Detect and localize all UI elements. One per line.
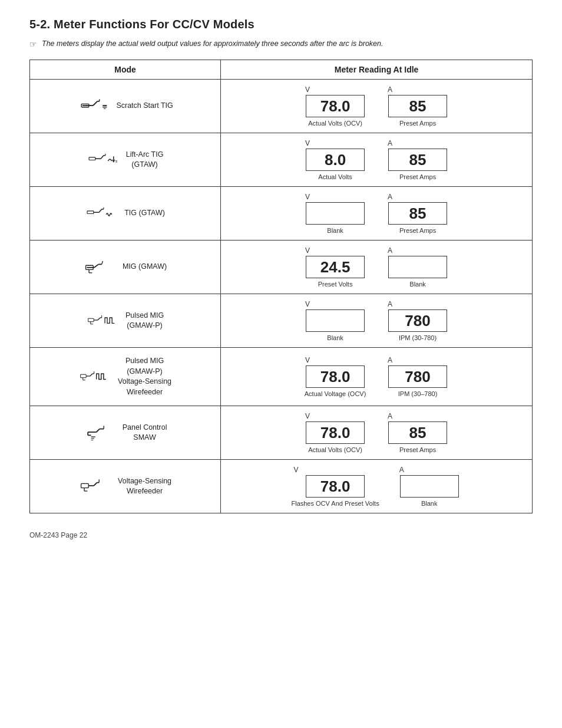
tig-gtaw-icon (85, 200, 117, 228)
volt-meter-block: V78.0Flashes OCV And Preset Volts (291, 466, 379, 507)
amp-unit: A (388, 300, 392, 308)
table-row: Scratch Start TIGV78.0Actual Volts (OCV)… (30, 80, 533, 133)
amp-unit: A (388, 139, 392, 147)
volt-value-box: 78.0 (306, 365, 365, 388)
volt-unit: V (305, 356, 310, 364)
reading-cell: V8.0Actual VoltsA85Preset Amps (221, 133, 533, 187)
amp-meter-block: A780IPM (30–780) (385, 356, 450, 397)
svg-line-53 (94, 482, 97, 485)
volt-unit: V (305, 246, 310, 255)
amp-value-box (388, 256, 447, 278)
table-row: Lift-Arc TIG (GTAW)V8.0Actual VoltsA85Pr… (30, 133, 533, 187)
table-row: Voltage-Sensing WirefeederV78.0Flashes O… (30, 460, 533, 513)
volt-value-box (306, 202, 365, 225)
pulsed-mig-vsw-icon (79, 363, 111, 391)
amp-value-box: 85 (388, 95, 447, 117)
page-footer: OM-2243 Page 22 (29, 531, 533, 539)
volt-value-box: 78.0 (306, 95, 365, 117)
reading-cell: V78.0Actual Volts (OCV)A85Preset Amps (221, 406, 533, 460)
volt-desc: Actual Voltage (OCV) (305, 390, 366, 397)
volt-desc: Actual Volts (OCV) (308, 446, 362, 453)
volt-unit: V (305, 300, 310, 308)
volt-meter-block: V78.0Actual Voltage (OCV) (303, 356, 368, 397)
panel-control-smaw-icon (84, 419, 115, 447)
amp-desc: Preset Amps (399, 173, 436, 180)
amp-unit: A (388, 356, 392, 364)
lift-arc-tig-icon (87, 146, 119, 174)
table-row: TIG (GTAW)VBlankA85Preset Amps (30, 187, 533, 241)
mig-gmaw-icon (84, 253, 115, 281)
volt-meter-block: VBlank (303, 300, 368, 341)
svg-rect-8 (89, 157, 95, 160)
amp-unit: A (388, 85, 392, 94)
table-row: Pulsed MIG (GMAW-P) Voltage-Sensing Wire… (30, 348, 533, 406)
amp-value-box (400, 475, 459, 498)
reading-cell: V24.5Preset VoltsABlank (221, 241, 533, 294)
page-title: 5-2. Meter Functions For CC/CV Models (29, 18, 533, 31)
amp-value-box: 780 (388, 309, 447, 332)
voltage-sensing-wirefeeder-icon (79, 473, 111, 500)
volt-unit: V (305, 85, 310, 94)
table-row: MIG (GMAW)V24.5Preset VoltsABlank (30, 241, 533, 294)
volt-unit: V (305, 412, 310, 420)
volt-unit: V (305, 193, 310, 201)
svg-line-22 (94, 264, 98, 267)
volt-value-box: 78.0 (306, 421, 365, 444)
reading-cell: VBlankA85Preset Amps (221, 187, 533, 241)
amp-desc: Blank (409, 281, 426, 288)
volt-meter-block: V78.0Actual Volts (OCV) (303, 412, 368, 453)
volt-desc: Preset Volts (318, 281, 353, 288)
pulsed-mig-icon (87, 307, 118, 335)
header-mode: Mode (30, 60, 221, 80)
svg-line-10 (101, 155, 104, 158)
note-block: ☞ The meters display the actual weld out… (29, 39, 533, 49)
volt-meter-block: VBlank (303, 193, 368, 234)
volt-meter-block: V8.0Actual Volts (303, 139, 368, 180)
mode-label: MIG (GMAW) (123, 262, 167, 272)
amp-unit: A (388, 246, 392, 255)
amp-meter-block: A780IPM (30-780) (385, 300, 450, 341)
amp-unit: A (388, 412, 392, 420)
reading-cell: VBlankA780IPM (30-780) (221, 294, 533, 348)
svg-line-30 (98, 317, 100, 319)
svg-rect-28 (88, 318, 94, 321)
header-reading: Meter Reading At Idle (221, 60, 533, 80)
svg-line-24 (102, 261, 103, 264)
volt-unit: V (305, 139, 310, 147)
volt-desc: Flashes OCV And Preset Volts (291, 500, 379, 507)
svg-line-37 (90, 373, 92, 375)
mode-cell: Lift-Arc TIG (GTAW) (30, 133, 221, 187)
volt-desc: Actual Volts (OCV) (308, 120, 362, 127)
volt-meter-block: V24.5Preset Volts (303, 246, 368, 288)
mode-label: Panel Control SMAW (123, 423, 167, 443)
scratch-start-tig-icon (77, 93, 109, 120)
amp-value-box: 780 (388, 365, 447, 388)
amp-meter-block: A85Preset Amps (385, 193, 450, 234)
volt-value-box: 24.5 (306, 256, 365, 278)
amp-value-box: 85 (388, 202, 447, 225)
mode-cell: Pulsed MIG (GMAW-P) (30, 294, 221, 348)
mode-label: Voltage-Sensing Wirefeeder (118, 476, 171, 497)
amp-meter-block: ABlank (385, 246, 450, 288)
reading-cell: V78.0Flashes OCV And Preset VoltsABlank (221, 460, 533, 513)
amp-meter-block: A85Preset Amps (385, 139, 450, 180)
mode-label: Pulsed MIG (GMAW-P) Voltage-Sensing Wire… (118, 356, 171, 397)
volt-value-box: 8.0 (306, 149, 365, 171)
amp-desc: Preset Amps (399, 120, 436, 127)
svg-rect-35 (81, 374, 86, 377)
reading-cell: V78.0Actual Volts (OCV)A85Preset Amps (221, 80, 533, 133)
meter-functions-table: Mode Meter Reading At Idle Scratch Start… (29, 60, 533, 513)
reading-cell: V78.0Actual Voltage (OCV)A780IPM (30–780… (221, 348, 533, 406)
svg-rect-16 (87, 210, 94, 213)
mode-cell: Scratch Start TIG (30, 80, 221, 133)
mode-label: Pulsed MIG (GMAW-P) (125, 311, 164, 331)
note-icon: ☞ (29, 39, 37, 49)
amp-meter-block: A85Preset Amps (385, 412, 450, 453)
volt-unit: V (293, 466, 298, 474)
table-row: Pulsed MIG (GMAW-P)VBlankA780IPM (30-780… (30, 294, 533, 348)
mode-cell: MIG (GMAW) (30, 241, 221, 294)
svg-rect-51 (81, 483, 89, 487)
mode-label: Scratch Start TIG (116, 101, 173, 111)
volt-meter-block: V78.0Actual Volts (OCV) (303, 85, 368, 127)
amp-desc: IPM (30–780) (398, 390, 438, 397)
